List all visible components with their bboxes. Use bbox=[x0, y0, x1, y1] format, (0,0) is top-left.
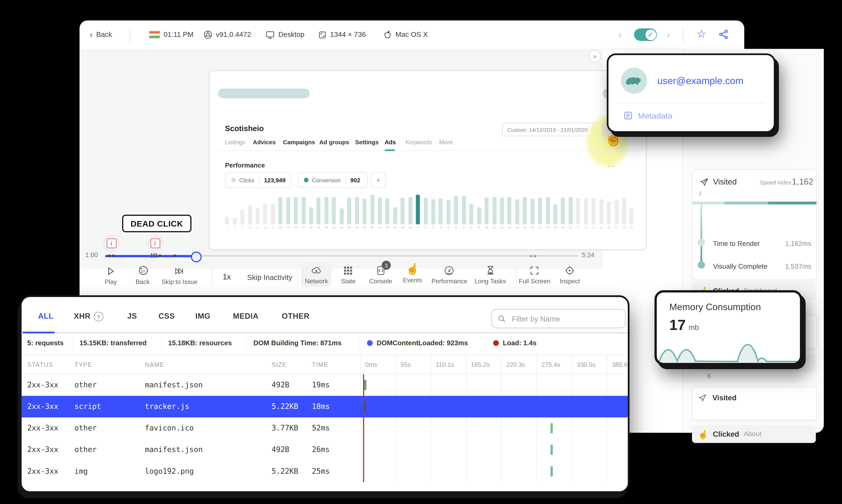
chart-bar-column: 29 bbox=[628, 192, 635, 229]
timeline-event-dot[interactable] bbox=[112, 254, 114, 257]
bookmark-star-button[interactable]: ☆ bbox=[697, 28, 706, 40]
timeline-scrubber[interactable] bbox=[191, 252, 202, 263]
back-10s-button[interactable]: 10 Back bbox=[136, 265, 150, 285]
share-button[interactable] bbox=[718, 29, 729, 42]
search-icon bbox=[498, 314, 506, 323]
timeline-event-dot[interactable] bbox=[173, 254, 176, 257]
panel-button-console[interactable]: Console 3 bbox=[369, 265, 392, 285]
timeline-event-dot[interactable] bbox=[530, 255, 532, 257]
divider bbox=[259, 176, 259, 184]
mock-tab-settings[interactable]: Settings bbox=[355, 139, 379, 145]
metric-chip-clicks[interactable]: Clicks 123,949 bbox=[225, 172, 291, 188]
red-dot-icon bbox=[493, 340, 499, 346]
rhino-icon bbox=[624, 73, 644, 88]
network-row-selected[interactable]: 2xx-3xx script tracker.js 5.22KB 18ms bbox=[21, 396, 628, 417]
skip-to-issue-button[interactable]: Skip to Issue bbox=[162, 266, 197, 285]
panel-button-state[interactable]: State bbox=[341, 265, 356, 285]
chart-bar-column: 8 bbox=[231, 192, 238, 229]
divider bbox=[72, 337, 73, 352]
timeline-event-dot[interactable] bbox=[108, 254, 110, 257]
device-type-label: Desktop bbox=[279, 31, 304, 39]
screen: ‹ Back 01:11 PM v91.0.4472 Desktop 13 bbox=[0, 0, 842, 504]
visited-event-card[interactable]: Visited bbox=[692, 387, 817, 420]
divider bbox=[516, 267, 516, 286]
chart-bar-column: 26 bbox=[605, 192, 613, 229]
filter-input[interactable] bbox=[511, 314, 610, 323]
divider bbox=[345, 176, 346, 184]
network-tab-all[interactable]: ALL bbox=[38, 312, 54, 320]
chart-bar-column: 9 bbox=[475, 192, 483, 229]
play-button[interactable]: Play bbox=[105, 266, 117, 285]
help-icon[interactable]: ? bbox=[94, 312, 103, 321]
column-header-size[interactable]: SIZE bbox=[272, 361, 287, 368]
performance-chart: 7891011121314151617181920212223242526272… bbox=[223, 192, 636, 229]
collapse-panel-button[interactable]: » bbox=[589, 50, 601, 62]
share-icon bbox=[718, 29, 729, 40]
metric-label: Visually Complete bbox=[713, 263, 767, 270]
mock-tab-keywords[interactable]: Keywords bbox=[406, 139, 432, 145]
prev-session-button[interactable]: ‹ bbox=[618, 29, 622, 40]
issue-marker-pin[interactable]: i bbox=[146, 234, 163, 252]
metric-chip-conversion[interactable]: Conversion 902 bbox=[298, 172, 368, 188]
column-header-time[interactable]: TIME bbox=[312, 361, 328, 368]
add-metric-button[interactable]: + bbox=[371, 172, 386, 188]
column-header-name[interactable]: NAME bbox=[145, 361, 164, 368]
avatar bbox=[621, 68, 647, 94]
network-tab-css[interactable]: CSS bbox=[159, 312, 175, 320]
network-row[interactable]: 2xx-3xx img logo192.png 5.22KB 25ms bbox=[21, 461, 628, 482]
panel-button-events[interactable]: ☝ Events bbox=[403, 264, 422, 283]
network-tab-media[interactable]: MEDIA bbox=[233, 312, 258, 320]
mock-tab-listings[interactable]: Listings bbox=[225, 139, 245, 145]
metadata-link[interactable]: Metadata bbox=[623, 111, 673, 120]
panel-button-performance[interactable]: Performance bbox=[431, 265, 467, 285]
network-tab-js[interactable]: JS bbox=[127, 312, 137, 320]
chart-bar-column: 5 bbox=[445, 192, 452, 229]
mock-tab-ad-groups[interactable]: Ad groups bbox=[319, 139, 349, 145]
column-header-type[interactable]: TYPE bbox=[74, 361, 92, 368]
back-button[interactable]: ‹ Back bbox=[90, 20, 112, 49]
panel-button-network[interactable]: Network bbox=[301, 263, 332, 287]
section-more-icon[interactable]: ⋯ bbox=[607, 162, 615, 170]
timeline-event-dot[interactable] bbox=[159, 254, 161, 257]
chart-bar-column: 21 bbox=[567, 192, 574, 229]
network-row[interactable]: 2xx-3xx other favicon.ico 3.77KB 52ms bbox=[21, 417, 628, 439]
chart-bar-column: 28 bbox=[383, 192, 391, 229]
clicked-event-row[interactable]: ☝ Clicked About bbox=[692, 425, 816, 443]
network-tab-xhr[interactable]: XHR bbox=[74, 312, 91, 320]
section-title: Performance bbox=[225, 162, 265, 169]
next-session-button[interactable]: › bbox=[666, 29, 670, 40]
memory-value: 17 bbox=[669, 316, 686, 334]
timeline-event-dot[interactable] bbox=[534, 255, 536, 257]
mock-tab-ads[interactable]: Ads bbox=[384, 139, 396, 145]
blue-dot-icon bbox=[367, 340, 373, 346]
visited-event-card[interactable]: Visited Speed Index 1,162 / Time to Rend… bbox=[692, 169, 817, 280]
control-label: Back bbox=[136, 278, 150, 285]
playback-speed-button[interactable]: 1x bbox=[222, 272, 231, 281]
mock-tab-campaigns[interactable]: Campaigns bbox=[283, 139, 315, 145]
load-marker-line bbox=[363, 374, 364, 482]
inspect-crosshair-icon bbox=[565, 265, 575, 276]
network-row[interactable]: 2xx-3xx other manifest.json 492B 19ms bbox=[21, 374, 628, 396]
date-range-dropdown[interactable]: Custom: 14/12/2019 - 21/01/2020 v bbox=[502, 123, 597, 136]
chart-bar-column: 7 bbox=[223, 192, 231, 229]
panel-button-full-screen[interactable]: Full Screen bbox=[519, 265, 551, 285]
column-header-status[interactable]: STATUS bbox=[27, 361, 53, 368]
waterfall-tick-label: 220.3s bbox=[506, 361, 525, 368]
panel-button-long-tasks[interactable]: Long Tasks bbox=[474, 265, 506, 285]
skip-inactivity-toggle[interactable]: Skip Inactivity bbox=[247, 273, 292, 282]
chart-bar-column: 6 bbox=[452, 192, 460, 229]
network-tab-img[interactable]: IMG bbox=[196, 312, 211, 320]
mock-tab-advices[interactable]: Advices bbox=[253, 139, 276, 145]
timeline-tick bbox=[154, 253, 154, 258]
issue-marker-pin[interactable]: i bbox=[103, 234, 120, 252]
panel-button-inspect[interactable]: Inspect bbox=[560, 265, 580, 285]
autoplay-toggle[interactable]: ✓ bbox=[634, 29, 657, 41]
chart-bar-column: 23 bbox=[582, 192, 590, 229]
mock-tab-more[interactable]: More bbox=[439, 139, 453, 145]
network-tab-other[interactable]: OTHER bbox=[282, 312, 309, 320]
fullscreen-icon bbox=[529, 265, 540, 276]
network-row[interactable]: 2xx-3xx other manifest.json 492B 26ms bbox=[21, 439, 628, 461]
chart-bar-column: 28 bbox=[620, 192, 628, 229]
session-time-label: 01:11 PM bbox=[164, 31, 194, 39]
user-info-popup: user@example.com Metadata bbox=[607, 53, 775, 133]
